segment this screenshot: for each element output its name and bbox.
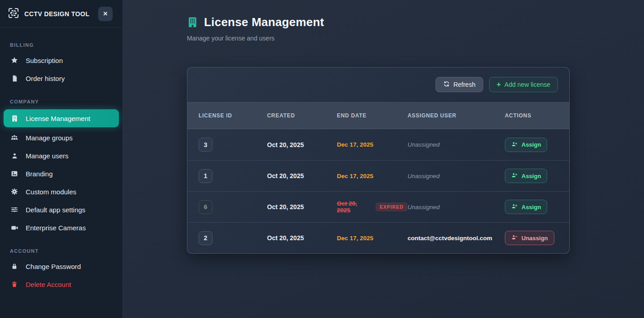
created-date: Oct 20, 2025 [267,172,337,179]
lock-icon [10,262,19,271]
assigned-user: Unassigned [408,173,505,179]
sidebar-item-custom-modules[interactable]: Custom modules [0,183,122,201]
app-logo: CCTV DESIGN TOOL [6,6,90,22]
person-add-icon [511,203,518,211]
close-icon: ✕ [103,10,108,17]
main-content: License Management Manage your license a… [123,0,644,318]
person-add-icon [511,141,518,149]
page-header: License Management [187,15,644,29]
sidebar-item-label: Delete Account [26,281,71,288]
sidebar-item-manage-users[interactable]: Manage users [0,147,122,165]
add-license-button-label: Add new license [504,81,550,88]
column-header-actions: ACTIONS [505,112,569,119]
sidebar-item-license-management[interactable]: License Management [4,109,119,127]
assign-button-label: Assign [522,141,541,148]
refresh-button[interactable]: Refresh [435,77,483,92]
license-id-badge: 6 [199,200,213,214]
section-label-billing: BILLING [0,39,122,51]
unassign-button-label: Unassign [522,235,548,242]
sidebar-item-label: Enterprise Cameras [26,224,86,232]
app-window: CCTV DESIGN TOOL ✕ BILLING Subscription … [0,0,644,318]
sidebar-item-subscription[interactable]: Subscription [0,51,122,69]
person-add-icon [511,172,518,180]
sliders-icon [10,205,19,214]
building-icon [10,114,19,123]
person-remove-icon [511,234,518,242]
sidebar: CCTV DESIGN TOOL ✕ BILLING Subscription … [0,0,123,318]
sidebar-item-label: Default app settings [26,206,86,214]
section-label-company: COMPANY [0,95,122,108]
sidebar-item-label: Custom modules [26,188,77,196]
created-date: Oct 20, 2025 [267,141,337,148]
sidebar-item-label: Change Password [26,263,81,270]
column-header-created: CREATED [267,112,337,119]
video-camera-icon [10,223,19,232]
sidebar-header: CCTV DESIGN TOOL ✕ [0,0,122,28]
created-date: Oct 20, 2025 [267,203,337,211]
assigned-user: Unassigned [408,141,505,148]
app-title: CCTV DESIGN TOOL [24,10,90,18]
image-icon [10,169,19,178]
sidebar-item-manage-groups[interactable]: Manage groups [0,129,122,147]
document-icon [10,74,19,83]
sidebar-item-label: Manage users [26,152,68,160]
sidebar-item-label: Manage groups [26,134,73,142]
sidebar-item-enterprise-cameras[interactable]: Enterprise Cameras [0,219,122,237]
sidebar-item-label: Order history [26,75,65,82]
assign-button-label: Assign [522,204,541,211]
column-header-assigned-user: ASSIGNED USER [408,112,505,119]
sidebar-item-change-password[interactable]: Change Password [0,257,122,275]
plus-icon: + [497,81,501,88]
page-title: License Management [204,15,324,29]
users-icon [10,133,19,142]
assigned-user: Unassigned [408,204,505,211]
building-icon [187,16,198,29]
sidebar-item-delete-account[interactable]: Delete Account [0,275,122,293]
license-id-badge: 2 [199,231,213,245]
table-header: LICENSE ID CREATED END DATE ASSIGNED USE… [187,102,569,129]
assigned-user: contact@cctvdesigntool.com [408,235,505,242]
section-label-account: ACCOUNT [0,245,122,257]
assign-button[interactable]: Assign [505,138,547,152]
license-card: Refresh + Add new license LICENSE ID CRE… [187,67,570,254]
card-toolbar: Refresh + Add new license [187,67,569,102]
license-id-badge: 3 [199,138,213,152]
column-header-license-id: LICENSE ID [199,112,267,119]
assign-button-label: Assign [522,173,541,179]
sidebar-item-label: Subscription [26,57,63,64]
user-icon [10,151,19,160]
end-date: Dec 17, 2025 [337,141,373,148]
expired-status-badge: EXPIRED [376,202,408,211]
sidebar-item-default-app-settings[interactable]: Default app settings [0,201,122,219]
end-date: Oct 20, 2025 [337,200,371,214]
table-row: 6 Oct 20, 2025 Oct 20, 2025 EXPIRED Unas… [187,191,569,222]
table-row: 1 Oct 20, 2025 Dec 17, 2025 Unassigned A… [187,160,569,191]
unassign-button[interactable]: Unassign [505,231,554,245]
table-row: 2 Oct 20, 2025 Dec 17, 2025 contact@cctv… [187,222,569,253]
sidebar-close-button[interactable]: ✕ [98,7,113,21]
star-icon [10,56,19,65]
sidebar-item-label: License Management [26,115,90,122]
aperture-logo-icon [6,6,21,22]
assign-button[interactable]: Assign [505,200,547,214]
created-date: Oct 20, 2025 [267,234,337,242]
end-date: Dec 17, 2025 [337,173,373,179]
column-header-end-date: END DATE [337,112,408,119]
trash-icon [10,280,19,289]
table-row: 3 Oct 20, 2025 Dec 17, 2025 Unassigned A… [187,129,569,160]
refresh-icon [443,81,450,89]
sidebar-nav: BILLING Subscription Order history COMPA… [0,28,122,293]
assign-button[interactable]: Assign [505,169,547,183]
sidebar-item-label: Branding [26,170,53,178]
license-id-badge: 1 [199,169,213,183]
add-license-button[interactable]: + Add new license [489,77,558,92]
gear-icon [10,187,19,196]
page-subtitle: Manage your license and users [187,35,644,42]
sidebar-item-order-history[interactable]: Order history [0,69,122,87]
refresh-button-label: Refresh [454,81,476,88]
end-date: Dec 17, 2025 [337,235,373,242]
sidebar-item-branding[interactable]: Branding [0,165,122,183]
